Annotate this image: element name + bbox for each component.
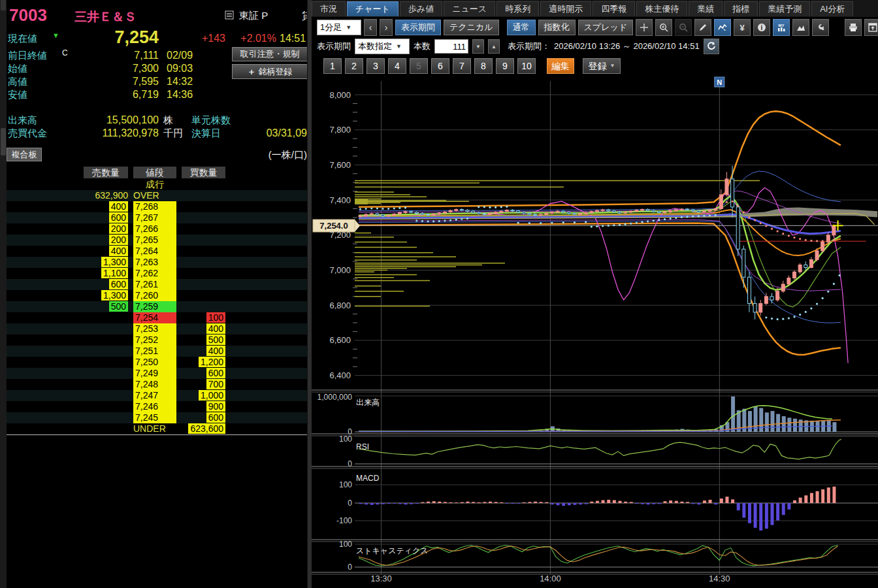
count-down-button[interactable]: ▼ xyxy=(472,39,484,54)
board-row-7259[interactable]: 5007,259 xyxy=(7,301,307,312)
register-label: 登録 xyxy=(589,59,607,73)
normal-mode-button[interactable]: 通常 xyxy=(507,20,536,35)
board-row-7250[interactable]: 7,2501,200 xyxy=(7,357,307,368)
period-mode-select[interactable]: 本数指定▼ xyxy=(355,39,410,54)
board-row-7263[interactable]: 1,3007,263 xyxy=(7,257,307,268)
svg-text:ストキャスティクス: ストキャスティクス xyxy=(356,546,429,555)
tab-4[interactable]: 時系列 xyxy=(496,1,539,16)
print-icon[interactable] xyxy=(845,19,862,36)
preset-button-3[interactable]: 3 xyxy=(366,58,385,74)
svg-text:6,400: 6,400 xyxy=(329,370,351,380)
settings-wrench-icon[interactable] xyxy=(812,19,829,36)
tab-0[interactable]: 市況 xyxy=(312,1,346,16)
svg-text:6,600: 6,600 xyxy=(329,335,351,345)
price-cell: 7,246 xyxy=(133,401,176,412)
board-row-7262[interactable]: 1,1007,262 xyxy=(7,268,307,279)
chart-canvas[interactable]: 8,0007,8007,6007,4007,2007,0006,8006,600… xyxy=(312,76,878,588)
tab-7[interactable]: 株主優待 xyxy=(636,1,687,16)
list-icon[interactable] xyxy=(225,10,234,22)
board-row-OVER[interactable]: 632,900OVER xyxy=(7,190,307,201)
board-row-7248[interactable]: 7,248700 xyxy=(7,379,307,390)
tab-8[interactable]: 業績 xyxy=(689,1,723,16)
technical-button[interactable]: テクニカル xyxy=(444,20,499,35)
buy-qty-cell: 900 xyxy=(206,401,225,412)
bar-count-input[interactable] xyxy=(434,39,468,54)
preset-button-1[interactable]: 1 xyxy=(323,58,342,74)
indexed-mode-button[interactable]: 指数化 xyxy=(538,20,576,35)
buy-qty-cell: 400 xyxy=(206,323,225,335)
preset-button-7[interactable]: 7 xyxy=(453,58,471,74)
tab-10[interactable]: 業績予測 xyxy=(759,1,810,16)
settlement-label: 決算日 xyxy=(191,127,221,140)
preset-button-5[interactable]: 5 xyxy=(410,58,428,74)
preset-button-10[interactable]: 10 xyxy=(517,58,536,74)
zoom-out-icon[interactable] xyxy=(675,19,692,36)
sell-qty-cell: 200 xyxy=(109,223,128,235)
price-cell: 7,263 xyxy=(133,257,176,268)
tab-3[interactable]: ニュース xyxy=(444,1,495,16)
board-row-7268[interactable]: 4007,268 xyxy=(7,201,307,212)
price-cell: 7,252 xyxy=(133,335,176,346)
board-row-7267[interactable]: 6007,267 xyxy=(7,212,307,223)
panel-splitter-handle[interactable] xyxy=(1,128,6,155)
edit-button[interactable]: 編集 xyxy=(547,58,574,74)
reload-icon[interactable] xyxy=(704,39,719,54)
price-cell: 7,260 xyxy=(133,290,176,301)
preset-button-8[interactable]: 8 xyxy=(474,58,493,74)
chart-type-icon[interactable] xyxy=(714,19,731,36)
draw-pencil-icon[interactable] xyxy=(694,19,711,36)
my-indicator-icon[interactable]: MY xyxy=(773,19,790,36)
preset-button-9[interactable]: 9 xyxy=(496,58,514,74)
register-dropdown[interactable]: 登録▼ xyxy=(583,58,621,74)
yen-scale-icon[interactable]: ¥ xyxy=(734,19,751,36)
tab-2[interactable]: 歩み値 xyxy=(400,1,442,16)
preset-button-2[interactable]: 2 xyxy=(345,58,363,74)
next-button[interactable]: › xyxy=(380,19,393,36)
board-row-7249[interactable]: 7,249600 xyxy=(7,368,307,379)
sell-qty-cell: 1,300 xyxy=(101,290,128,301)
left-strip-cap xyxy=(1,0,6,10)
board-row-7266[interactable]: 2007,266 xyxy=(7,223,307,235)
prev-button[interactable]: ‹ xyxy=(364,19,377,36)
count-up-button[interactable]: ▲ xyxy=(488,39,500,54)
crosshair-icon[interactable] xyxy=(636,19,653,36)
board-row-7260[interactable]: 1,3007,260 xyxy=(7,290,307,301)
range-value: 2026/02/10 13:26 ～ 2026/02/10 14:51 xyxy=(554,41,700,52)
preset-button-4[interactable]: 4 xyxy=(388,58,406,74)
tab-5[interactable]: 適時開示 xyxy=(540,1,591,16)
spread-mode-button[interactable]: スプレッド xyxy=(578,20,634,35)
preset-button-6[interactable]: 6 xyxy=(431,58,449,74)
buy-qty-cell: 700 xyxy=(206,379,225,390)
board-row-7254[interactable]: 7,254100 xyxy=(7,312,307,323)
board-row-7261[interactable]: 6007,261 xyxy=(7,279,307,290)
board-row-7251[interactable]: 7,251400 xyxy=(7,346,307,357)
composite-board-button[interactable]: 複合板 xyxy=(7,148,42,161)
board-row-7265[interactable]: 2007,265 xyxy=(7,235,307,246)
board-row-7264[interactable]: 4007,264 xyxy=(7,246,307,257)
mountain-chart-icon[interactable] xyxy=(792,19,809,36)
high-value: 7,595 xyxy=(85,76,159,88)
board-row-UNDER[interactable]: UNDER623,600 xyxy=(7,423,307,434)
board-row-7245[interactable]: 7,245600 xyxy=(7,412,307,423)
board-row-7247[interactable]: 7,2471,000 xyxy=(7,390,307,401)
zoom-in-icon[interactable] xyxy=(655,19,672,36)
popup-window-icon[interactable] xyxy=(864,19,878,36)
tab-9[interactable]: 指標 xyxy=(724,1,758,16)
board-row-7253[interactable]: 7,253400 xyxy=(7,323,307,335)
register-symbol-button[interactable]: ＋銘柄登録 xyxy=(232,64,307,79)
price-cell: 7,265 xyxy=(133,235,176,246)
board-row-7246[interactable]: 7,246900 xyxy=(7,401,307,412)
tab-6[interactable]: 四季報 xyxy=(593,1,635,16)
volume-value: 15,500,100 xyxy=(72,114,159,126)
display-period-button[interactable]: 表示期間 xyxy=(395,20,441,35)
info-icon[interactable]: i xyxy=(753,19,770,36)
board-row-7252[interactable]: 7,252500 xyxy=(7,335,307,346)
trade-warning-button[interactable]: 取引注意・規制 xyxy=(232,47,307,61)
tab-1[interactable]: チャート xyxy=(347,1,398,16)
current-price: 7,254 xyxy=(85,27,159,48)
svg-text:MACD: MACD xyxy=(356,474,380,483)
svg-text:100: 100 xyxy=(339,480,352,489)
interval-select[interactable]: 1分足▼ xyxy=(317,20,361,35)
tab-11[interactable]: AI分析 xyxy=(811,1,853,16)
board-row-成行[interactable]: 成行 xyxy=(7,179,307,190)
